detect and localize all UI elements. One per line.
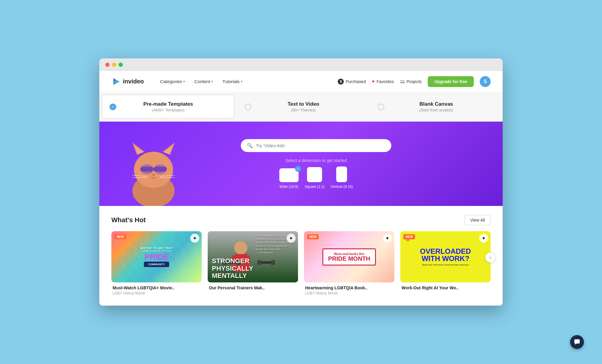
square-icon <box>307 167 322 182</box>
template-sub-premade: (4000+ Templates) <box>152 108 185 112</box>
template-label-blank: Blank Canvas <box>420 101 453 107</box>
card-title-overloaded: Work-Out Right At Your Wo.. <box>402 285 489 290</box>
card-info-overloaded: Work-Out Right At Your Wo.. <box>400 282 491 292</box>
heart-button-mustread[interactable]: ♥ <box>383 234 392 243</box>
card-bg-stronger: STRONGERPHYSICALLYMENTALLY "THE TRAINING… <box>208 231 298 282</box>
dimension-square[interactable]: Square (1:1) <box>305 167 325 189</box>
favorites-label: Favorites <box>377 79 394 84</box>
svg-rect-32 <box>271 260 275 265</box>
browser-chrome <box>99 58 503 71</box>
nav-item-content[interactable]: Content ▾ <box>190 76 217 86</box>
template-option-premade[interactable]: ✓ Pre-made Templates (4000+ Templates) <box>102 95 234 119</box>
hero-banner: 🔍 Select a dimension to get started ✓ Wi… <box>99 122 503 206</box>
chat-icon <box>574 339 580 345</box>
stronger-big: STRONGERPHYSICALLYMENTALLY <box>212 257 253 279</box>
nav-menu: Categories ▾ Content ▾ Tutorials ▾ <box>156 76 338 86</box>
search-bar: 🔍 <box>241 139 391 152</box>
wide-label: Wide (16:9) <box>280 185 298 189</box>
card-info-mustread: Heartwarming LGBTQIA Book.. LGBT History… <box>304 282 394 297</box>
dimension-vertical[interactable]: Vertical (9:16) <box>330 166 353 189</box>
card-mustread[interactable]: Must-read books this PRIDE MONTH NEW ♥ H… <box>304 231 394 297</box>
new-badge-mustread: NEW <box>307 234 319 239</box>
logo[interactable]: invideo <box>111 77 144 86</box>
cards-grid: WATCH: FILMS THAT GAVE A VOICE TO THE PR… <box>111 231 491 297</box>
traffic-light-green[interactable] <box>119 63 123 67</box>
card-subtitle-mustread: LGBT History Month <box>305 291 393 295</box>
template-option-text-to-video[interactable]: Text to Video (50+ Themes) <box>237 92 370 121</box>
nav-label-content: Content <box>194 79 210 84</box>
search-icon: 🔍 <box>247 143 253 148</box>
chevron-down-icon-tutorials: ▾ <box>241 80 242 83</box>
card-info-stronger: Our Personal Trainers Mak.. <box>208 282 298 292</box>
card-title-stronger: Our Personal Trainers Mak.. <box>209 285 297 290</box>
logo-icon <box>111 77 121 86</box>
folder-icon: 🗂 <box>400 79 405 84</box>
cat-svg <box>123 137 184 206</box>
template-label-texttovideo: Text to Video <box>287 101 319 107</box>
must-read-box: Must-read books this PRIDE MONTH <box>322 248 376 266</box>
template-option-blank[interactable]: Blank Canvas (Start from scratch) <box>370 92 503 121</box>
view-all-button[interactable]: View All <box>464 215 491 225</box>
hero-center: 🔍 Select a dimension to get started ✓ Wi… <box>241 139 391 189</box>
nav-label-tutorials: Tutorials <box>222 79 240 84</box>
template-sub-texttovideo: (50+ Themes) <box>291 108 315 112</box>
pride-big: PRIDE <box>140 253 173 261</box>
heart-button-overloaded[interactable]: ♥ <box>479 234 488 243</box>
svg-point-4 <box>134 152 173 188</box>
nav-favorites[interactable]: ♥ Favorites <box>372 79 394 84</box>
chat-bubble-button[interactable] <box>570 335 584 349</box>
new-badge-pride: NEW <box>114 234 126 239</box>
navbar: invideo Categories ▾ Content ▾ Tutorials… <box>99 71 503 92</box>
carousel-next-button[interactable]: › <box>485 252 495 263</box>
card-stronger[interactable]: STRONGERPHYSICALLYMENTALLY "THE TRAINING… <box>208 231 298 297</box>
dimension-wide[interactable]: ✓ Wide (16:9) <box>279 168 299 189</box>
pride-films: GAVE A VOICE TO THE <box>140 250 173 252</box>
svg-rect-12 <box>154 167 167 172</box>
nav-projects[interactable]: 🗂 Projects <box>400 79 422 84</box>
chevron-down-icon-content: ▾ <box>211 80 213 83</box>
card-thumbnail-stronger: STRONGERPHYSICALLYMENTALLY "THE TRAINING… <box>208 231 298 282</box>
template-selector: ✓ Pre-made Templates (4000+ Templates) T… <box>99 92 503 122</box>
card-subtitle-pride: LGBT History Month <box>113 291 200 295</box>
svg-rect-31 <box>257 260 262 265</box>
radio-premade: ✓ <box>110 104 116 110</box>
dimension-options: ✓ Wide (16:9) Square (1:1) Vertical (9:1… <box>279 166 353 189</box>
must-read-inner: Must-read books this PRIDE MONTH <box>319 245 379 269</box>
vertical-label: Vertical (9:16) <box>330 185 353 189</box>
browser-window: invideo Categories ▾ Content ▾ Tutorials… <box>99 58 503 306</box>
svg-point-23 <box>234 241 247 254</box>
stronger-text: STRONGERPHYSICALLYMENTALLY <box>208 254 257 282</box>
traffic-light-red[interactable] <box>105 63 110 67</box>
logo-text: invideo <box>123 78 144 85</box>
wide-icon: ✓ <box>279 168 299 182</box>
radio-blank <box>378 104 384 110</box>
upgrade-button[interactable]: Upgrade for free <box>428 76 474 87</box>
overloaded-big: OVERLOADEDWITH WORK? <box>420 248 471 262</box>
pride-watch: WATCH: FILMS THAT <box>140 247 173 250</box>
overloaded-sub: Multi-task with these work-friendly exer… <box>420 263 471 266</box>
card-thumbnail-mustread: Must-read books this PRIDE MONTH NEW ♥ <box>304 231 394 282</box>
dollar-circle-icon: $ <box>338 79 344 85</box>
nav-label-categories: Categories <box>160 79 182 84</box>
new-badge-overloaded: NEW <box>403 234 415 239</box>
heart-button-stronger[interactable]: ♥ <box>287 234 296 243</box>
nav-item-categories[interactable]: Categories ▾ <box>156 76 189 86</box>
traffic-light-yellow[interactable] <box>112 63 116 67</box>
section-header: What's Hot View All <box>111 215 491 225</box>
avatar[interactable]: S <box>480 76 491 87</box>
nav-right: $ Purchased ♥ Favorites 🗂 Projects Upgra… <box>338 76 491 87</box>
template-sub-blank: (Start from scratch) <box>420 108 453 112</box>
card-title-pride: Must-Watch LGBTQIA+ Movie.. <box>113 285 200 290</box>
must-read-big: PRIDE MONTH <box>328 256 370 262</box>
browser-content: invideo Categories ▾ Content ▾ Tutorials… <box>99 71 503 306</box>
square-label: Square (1:1) <box>305 185 325 189</box>
overloaded-text: OVERLOADEDWITH WORK? Multi-task with the… <box>417 245 473 269</box>
card-overloaded[interactable]: OVERLOADEDWITH WORK? Multi-task with the… <box>400 231 491 297</box>
pride-text: WATCH: FILMS THAT GAVE A VOICE TO THE PR… <box>137 244 176 270</box>
heart-button-pride[interactable]: ♥ <box>190 234 199 243</box>
nav-item-tutorials[interactable]: Tutorials ▾ <box>218 76 247 86</box>
card-pride[interactable]: WATCH: FILMS THAT GAVE A VOICE TO THE PR… <box>111 231 202 297</box>
dimension-section: Select a dimension to get started ✓ Wide… <box>279 158 353 189</box>
search-input[interactable] <box>256 143 385 148</box>
nav-purchased[interactable]: $ Purchased <box>338 79 366 85</box>
